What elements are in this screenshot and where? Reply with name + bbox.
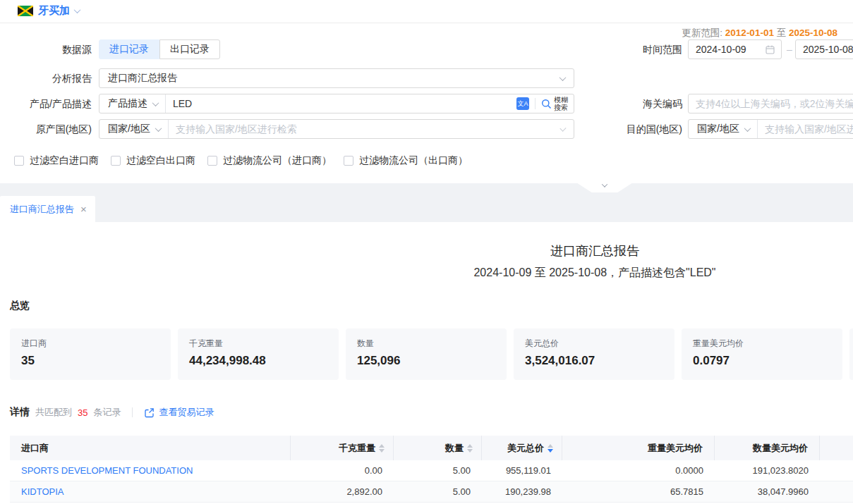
jamaica-flag-icon <box>18 6 33 16</box>
checkbox-icon[interactable] <box>111 156 121 166</box>
report-select-label: 分析报告 <box>0 68 92 88</box>
importer-link[interactable]: KIDTOPIA <box>21 486 63 497</box>
match-prefix: 共匹配到 <box>35 406 72 419</box>
chevron-down-icon <box>155 125 162 132</box>
tab-label: 进口商汇总报告 <box>10 203 74 216</box>
column-header-usd-total[interactable]: 美元总价 <box>482 436 562 460</box>
match-count: 35 <box>78 407 87 418</box>
end-date-input[interactable] <box>796 40 853 59</box>
overview-card-usd-per-weight: 重量美元均价 0.0797 <box>682 328 842 380</box>
table-row: KIDTOPIA 2,892.00 5.00 190,239.98 65.781… <box>10 481 853 503</box>
hs-code-label: 海关编码 <box>593 94 682 113</box>
checkbox-filter-blank-importer[interactable]: 过滤空白进口商 <box>14 154 99 167</box>
column-header-kg-weight[interactable]: 千克重量 <box>291 436 394 460</box>
country-name: 牙买加 <box>38 4 70 18</box>
data-source-label: 数据源 <box>0 39 92 59</box>
report-select-value: 进口商汇总报告 <box>99 72 177 85</box>
tab-export-records[interactable]: 出口记录 <box>159 39 220 59</box>
hs-code-input[interactable] <box>689 94 853 113</box>
country-switcher[interactable]: 牙买加 <box>18 4 80 18</box>
card-label: 进口商 <box>21 338 159 350</box>
origin-country-input[interactable] <box>169 120 561 138</box>
destination-field-type-select[interactable]: 国家/地区 <box>689 120 758 138</box>
cell-usd-per-weight: 0.0000 <box>562 460 715 481</box>
sort-icon[interactable] <box>379 444 385 453</box>
top-bar: 牙买加 <box>0 0 853 23</box>
card-label: 数量 <box>357 338 495 350</box>
cell-quantity: 5.00 <box>394 460 482 481</box>
destination-composite: 国家/地区 <box>688 119 853 139</box>
report-select[interactable]: 进口商汇总报告 <box>99 68 574 88</box>
origin-composite: 国家/地区 <box>99 119 574 139</box>
start-date-input-wrap <box>688 39 782 59</box>
tab-importer-summary-report[interactable]: 进口商汇总报告 × <box>0 196 95 222</box>
view-trade-records-link[interactable]: 查看贸易记录 <box>144 406 214 419</box>
checkbox-filter-logistics-importer[interactable]: 过滤物流公司（进口商） <box>207 154 332 167</box>
checkbox-label: 过滤空白出口商 <box>126 154 195 167</box>
overview-card-usd-total: 美元总价 3,524,016.07 <box>514 328 674 380</box>
cell-usd-per-weight: 65.7815 <box>562 481 715 503</box>
checkbox-label: 过滤物流公司（进口商） <box>223 154 332 167</box>
origin-label: 原产国(地区) <box>0 119 92 139</box>
chevron-down-icon <box>152 99 159 106</box>
cell-kg-weight: 2,892.00 <box>291 481 394 503</box>
checkbox-icon[interactable] <box>14 156 24 166</box>
destination-label: 目的国(地区) <box>593 119 682 139</box>
update-range-start: 2012-01-01 <box>725 27 774 38</box>
cell-usd-per-quantity: 191,023.8020 <box>715 460 820 481</box>
overview-card-kg-weight: 千克重量 44,234,998.48 <box>178 328 339 380</box>
card-value: 44,234,998.48 <box>189 354 327 368</box>
start-date-input[interactable] <box>689 40 761 59</box>
checkbox-icon[interactable] <box>207 156 217 166</box>
fuzzy-search-label: 模糊 搜索 <box>554 96 568 111</box>
sort-icon[interactable] <box>467 444 473 453</box>
column-header-importer[interactable]: 进口商 <box>10 436 291 460</box>
destination-country-input[interactable] <box>758 120 853 138</box>
overview-heading: 总览 <box>10 300 30 312</box>
checkbox-filter-blank-exporter[interactable]: 过滤空白出口商 <box>111 154 195 167</box>
importer-link[interactable]: SPORTS DEVELOPMENT FOUNDATION <box>21 465 193 476</box>
overview-card-importers: 进口商 35 <box>10 328 171 380</box>
checkbox-label: 过滤空白进口商 <box>30 154 99 167</box>
translate-icon[interactable]: 文A <box>516 97 529 110</box>
time-range-label: 时间范围 <box>593 39 682 59</box>
origin-field-type-value: 国家/地区 <box>108 123 150 135</box>
fuzzy-search-button[interactable]: 模糊 搜索 <box>541 96 574 111</box>
table-row: SPORTS DEVELOPMENT FOUNDATION 0.00 5.00 … <box>10 460 853 481</box>
report-subtitle: 2024-10-09 至 2025-10-08，产品描述包含"LED" <box>0 266 853 281</box>
report-title: 进口商汇总报告 <box>0 242 853 259</box>
column-header-quantity[interactable]: 数量 <box>394 436 482 460</box>
product-field-type-select[interactable]: 产品描述 <box>99 94 166 113</box>
column-header-usd-per-quantity[interactable]: 数量美元均价 <box>715 436 820 460</box>
importers-table: 进口商 千克重量 数量 美元总价 重量美元均价 数量美 <box>10 436 853 503</box>
checkbox-filter-logistics-exporter[interactable]: 过滤物流公司（出口商） <box>344 154 468 167</box>
chevron-down-icon <box>74 6 81 13</box>
close-icon[interactable]: × <box>80 204 87 214</box>
product-field-type-value: 产品描述 <box>108 97 147 110</box>
product-composite: 产品描述 文A 模糊 搜索 <box>99 94 574 113</box>
cell-usd-total: 955,119.01 <box>482 460 562 481</box>
tab-import-records[interactable]: 进口记录 <box>99 39 159 59</box>
match-suffix: 条记录 <box>93 406 121 419</box>
data-source-segmented: 进口记录 出口记录 <box>99 39 220 59</box>
cell-importer: SPORTS DEVELOPMENT FOUNDATION <box>10 460 291 481</box>
card-value: 125,096 <box>357 354 495 368</box>
calendar-icon <box>766 45 775 54</box>
origin-field-type-select[interactable]: 国家/地区 <box>99 120 169 138</box>
chevron-down-icon <box>559 74 567 81</box>
table-header-row: 进口商 千克重量 数量 美元总价 重量美元均价 数量美 <box>10 436 853 460</box>
overview-card-quantity: 数量 125,096 <box>346 328 507 380</box>
column-header-usd-per-weight[interactable]: 重量美元均价 <box>562 436 715 460</box>
card-label: 重量美元均价 <box>693 338 831 350</box>
query-form: 更新范围: 2012-01-01 至 2025-10-08 数据源 进口记录 出… <box>0 23 853 183</box>
tab-strip: 进口商汇总报告 × <box>0 183 853 222</box>
product-keyword-input[interactable] <box>166 94 516 113</box>
cell-quantity: 5.00 <box>394 481 482 503</box>
update-range-label: 更新范围: <box>682 27 722 38</box>
cell-importer: KIDTOPIA <box>10 481 291 503</box>
checkbox-icon[interactable] <box>344 156 353 166</box>
sort-icon-desc-active[interactable] <box>548 444 553 453</box>
card-value: 0.0797 <box>693 354 831 368</box>
collapse-form-button[interactable] <box>576 183 633 192</box>
checkbox-label: 过滤物流公司（出口商） <box>359 154 468 167</box>
